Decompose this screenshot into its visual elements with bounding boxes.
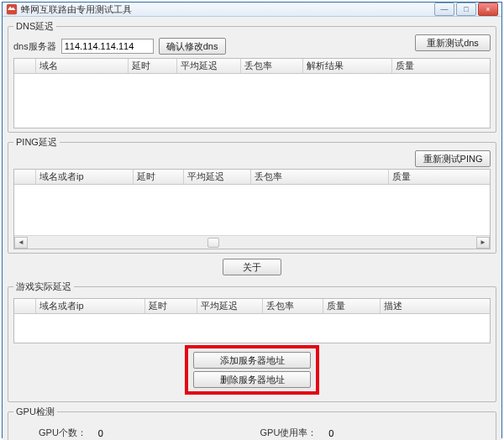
gpu-row: GPU个数： 0 GPU使用率： 0 <box>13 423 491 440</box>
dns-col-quality[interactable]: 质量 <box>392 59 490 73</box>
client-area: DNS延迟 重新测试dns dns服务器 确认修改dns 域名 延时 平均延迟 … <box>3 17 501 440</box>
gpu-count-value: 0 <box>98 428 103 438</box>
ping-scroll-right[interactable]: ► <box>476 237 490 249</box>
ping-table-header: 域名或者ip 延时 平均延迟 丢包率 质量 <box>14 170 490 185</box>
game-col-avg[interactable]: 平均延迟 <box>197 299 263 313</box>
gpu-group-legend: GPU检测 <box>13 406 57 418</box>
game-col-blank[interactable] <box>14 299 36 313</box>
window-buttons: — □ × <box>434 3 498 16</box>
dns-server-input[interactable] <box>61 39 154 54</box>
game-col-loss[interactable]: 丢包率 <box>263 299 323 313</box>
ping-table-body[interactable] <box>14 185 490 235</box>
gpu-count-label: GPU个数： <box>39 427 87 439</box>
ping-col-blank[interactable] <box>14 170 36 184</box>
game-col-delay[interactable]: 延时 <box>145 299 197 313</box>
game-group-legend: 游戏实际延迟 <box>13 280 74 293</box>
ping-hscroll[interactable]: ◄ ► <box>14 235 490 249</box>
gpu-usage-item: GPU使用率： 0 <box>260 427 334 439</box>
dns-group: DNS延迟 重新测试dns dns服务器 确认修改dns 域名 延时 平均延迟 … <box>8 20 496 133</box>
close-button[interactable]: × <box>478 3 498 16</box>
ping-col-loss[interactable]: 丢包率 <box>251 170 389 184</box>
game-col-desc[interactable]: 描述 <box>381 299 490 313</box>
minimize-button[interactable]: — <box>434 3 454 16</box>
ping-col-quality[interactable]: 质量 <box>389 170 490 184</box>
dns-col-delay[interactable]: 延时 <box>129 59 177 73</box>
gpu-usage-value: 0 <box>328 428 333 438</box>
ping-col-host[interactable]: 域名或者ip <box>36 170 134 184</box>
dns-col-loss[interactable]: 丢包率 <box>241 59 303 73</box>
dns-group-legend: DNS延迟 <box>13 20 56 33</box>
ping-group: PING延迟 重新测试PING 域名或者ip 延时 平均延迟 丢包率 质量 ◄ … <box>8 136 496 254</box>
dns-col-avg[interactable]: 平均延迟 <box>177 59 241 73</box>
ping-table: 域名或者ip 延时 平均延迟 丢包率 质量 ◄ ► <box>13 169 491 249</box>
highlight-box: 添加服务器地址 删除服务器地址 <box>185 345 319 395</box>
app-window: 蜂网互联路由专用测试工具 — □ × DNS延迟 重新测试dns dns服务器 … <box>2 2 502 438</box>
game-col-host[interactable]: 域名或者ip <box>36 299 145 313</box>
about-row: 关于 <box>8 259 496 275</box>
game-col-quality[interactable]: 质量 <box>323 299 381 313</box>
delete-server-button[interactable]: 删除服务器地址 <box>193 371 311 388</box>
ping-group-legend: PING延迟 <box>13 136 60 149</box>
app-icon <box>6 3 18 15</box>
gpu-group: GPU检测 GPU个数： 0 GPU使用率： 0 <box>8 406 496 440</box>
maximize-button[interactable]: □ <box>456 3 476 16</box>
game-table-header: 域名或者ip 延时 平均延迟 丢包率 质量 描述 <box>14 299 490 314</box>
dns-retest-button[interactable]: 重新测试dns <box>415 34 491 51</box>
ping-col-avg[interactable]: 平均延迟 <box>184 170 251 184</box>
ping-retest-button[interactable]: 重新测试PING <box>415 150 491 167</box>
dns-col-blank[interactable] <box>14 59 36 73</box>
ping-scroll-left[interactable]: ◄ <box>14 237 28 249</box>
dns-confirm-button[interactable]: 确认修改dns <box>159 38 226 55</box>
dns-col-domain[interactable]: 域名 <box>36 59 129 73</box>
window-title: 蜂网互联路由专用测试工具 <box>21 3 434 16</box>
gpu-usage-label: GPU使用率： <box>260 427 318 439</box>
dns-table-header: 域名 延时 平均延迟 丢包率 解析结果 质量 <box>14 59 490 74</box>
dns-server-label: dns服务器 <box>13 40 56 53</box>
dns-table: 域名 延时 平均延迟 丢包率 解析结果 质量 <box>13 58 491 128</box>
ping-scroll-thumb[interactable] <box>207 238 219 248</box>
ping-scroll-track[interactable] <box>28 237 476 249</box>
about-button[interactable]: 关于 <box>223 259 281 275</box>
title-bar[interactable]: 蜂网互联路由专用测试工具 — □ × <box>3 3 501 17</box>
game-table: 域名或者ip 延时 平均延迟 丢包率 质量 描述 <box>13 298 491 343</box>
game-table-body[interactable] <box>14 314 490 343</box>
gpu-count-item: GPU个数： 0 <box>39 427 103 439</box>
game-group: 游戏实际延迟 域名或者ip 延时 平均延迟 丢包率 质量 描述 添加服务器地址 … <box>8 280 496 402</box>
ping-col-delay[interactable]: 延时 <box>134 170 184 184</box>
dns-col-resolve[interactable]: 解析结果 <box>303 59 392 73</box>
dns-table-body[interactable] <box>14 74 490 128</box>
add-server-button[interactable]: 添加服务器地址 <box>193 352 311 369</box>
